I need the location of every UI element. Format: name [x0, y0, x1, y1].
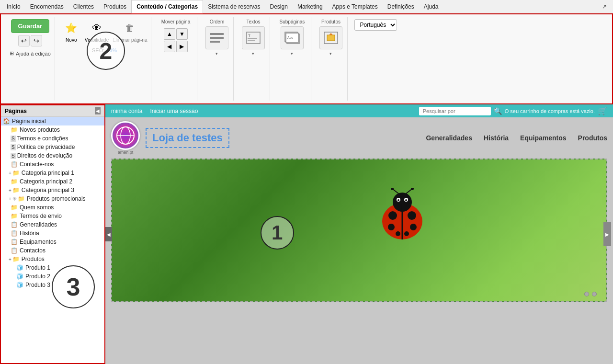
nav-marketing[interactable]: Marketing — [293, 0, 328, 13]
nav-definicoes[interactable]: Definições — [383, 0, 419, 13]
store-title-box[interactable]: Loja de testes — [146, 128, 229, 148]
hero-dot-1[interactable] — [584, 292, 589, 296]
page-s3-icon: S — [11, 153, 16, 159]
expander-cat3[interactable]: + — [9, 188, 11, 193]
store-nav-historia[interactable]: História — [484, 134, 509, 142]
preview-area: minha conta Iniciar uma sessão 🔍 O seu c… — [105, 104, 613, 364]
page-hist-icon: 📋 — [11, 230, 18, 237]
sidebar-item-cat2[interactable]: 📁 Categoria principal 2 — [1, 177, 104, 186]
nav-reservas[interactable]: Sistema de reservas — [203, 0, 265, 13]
produtos-label: Produtos — [321, 19, 341, 24]
save-button[interactable]: Guardar — [11, 19, 50, 33]
move-down-button[interactable]: ▼ — [176, 28, 188, 40]
top-navigation: Início Encomendas Clientes Produtos Cont… — [0, 0, 613, 13]
expander-promocionais[interactable]: + — [9, 196, 11, 202]
subpaginas-button[interactable]: Abc — [281, 26, 304, 49]
page-equip-icon: 📋 — [11, 239, 18, 245]
my-account-link[interactable]: minha conta — [111, 108, 142, 114]
page-cont-icon: 📋 — [11, 247, 18, 254]
nav-design[interactable]: Design — [265, 0, 293, 13]
sidebar-item-contacte[interactable]: 📋 Contacte-nos — [1, 160, 104, 169]
move-left-button[interactable]: ◀ — [164, 41, 175, 52]
svg-point-24 — [396, 231, 400, 236]
folder-quem-icon: 📁 — [11, 204, 18, 211]
redo-button[interactable]: ↪ — [31, 35, 42, 46]
undo-button[interactable]: ↩ — [18, 35, 30, 46]
nav-produtos[interactable]: Produtos — [99, 0, 131, 13]
sidebar-item-produtos-folder[interactable]: + 📁 Produtos — [1, 255, 104, 263]
sidebar-collapse-button[interactable]: ◀ — [95, 107, 101, 114]
search-button[interactable]: 🔍 — [494, 107, 502, 115]
cart-icon[interactable]: 🛒 — [598, 106, 607, 115]
annotation-circle-2: 2 — [87, 32, 125, 70]
sidebar-item-cat3[interactable]: + 📁 Categoria principal 3 — [1, 186, 104, 194]
sidebar-item-promocionais[interactable]: + ✳ 📁 Produtos promocionais — [1, 194, 104, 203]
store-nav-produtos[interactable]: Produtos — [578, 134, 607, 142]
sidebar-item-cat1[interactable]: + 📁 Categoria principal 1 — [1, 169, 104, 177]
textos-label: Textos — [247, 19, 261, 24]
svg-point-23 — [410, 224, 417, 230]
ordem-button[interactable] — [205, 26, 228, 49]
store-title: Loja de testes — [152, 132, 223, 144]
svg-rect-0 — [210, 33, 224, 35]
svg-rect-2 — [210, 41, 220, 43]
folder-produtos-icon: 📁 — [12, 256, 20, 262]
svg-point-25 — [404, 231, 409, 236]
sidebar-item-novos-produtos[interactable]: 📁 Novos produtos — [1, 125, 104, 134]
nav-conteudo[interactable]: Conteúdo / Categorias — [131, 0, 203, 13]
nav-clientes[interactable]: Clientes — [68, 0, 99, 13]
new-button[interactable]: ⭐ Novo — [62, 19, 81, 43]
store-search-input[interactable] — [419, 107, 491, 115]
sidebar-item-termos[interactable]: S Termos e condições — [1, 134, 104, 143]
sidebar-item-pagina-inicial[interactable]: 🏠 Página inicial — [1, 117, 104, 125]
textos-button[interactable]: T — [242, 26, 265, 49]
grid-icon: ⊞ — [10, 50, 14, 57]
sidebar-item-direitos[interactable]: S Direitos de devolução — [1, 151, 104, 160]
help-edit-link[interactable]: ⊞ Ajuda à edição — [10, 50, 51, 57]
store-header-links: minha conta Iniciar uma sessão — [111, 108, 198, 114]
nav-apps[interactable]: Apps e Templates — [328, 0, 383, 13]
store-nav-generalidades[interactable]: Generalidades — [426, 134, 472, 142]
move-up-button[interactable]: ▲ — [164, 28, 175, 40]
external-link-icon[interactable]: ↗ — [600, 2, 609, 11]
sidebar-item-equipamentos[interactable]: 📋 Equipamentos — [1, 238, 104, 246]
language-select[interactable]: Português English Español — [354, 19, 397, 31]
preview-collapse-button[interactable]: ◀ — [105, 227, 112, 241]
sidebar-item-contactos[interactable]: 📋 Contactos — [1, 246, 104, 255]
product3-icon: 🧊 — [16, 282, 23, 288]
sidebar-item-historia[interactable]: 📋 História — [1, 229, 104, 238]
sidebar-item-generalidades[interactable]: 📋 Generalidades — [1, 220, 104, 229]
svg-point-20 — [388, 211, 397, 220]
hero-background: 1 — [112, 159, 606, 301]
sidebar-item-termos-envio[interactable]: 📁 Termos de envio — [1, 212, 104, 220]
scroll-right[interactable]: ▶ — [603, 222, 611, 246]
home-icon: 🏠 — [3, 118, 10, 125]
produtos-button[interactable] — [319, 26, 342, 49]
svg-rect-12 — [327, 35, 335, 41]
expander-cat1[interactable]: + — [9, 171, 11, 176]
hero-image-box[interactable]: 1 — [111, 159, 607, 302]
store-nav-equipamentos[interactable]: Equipamentos — [520, 134, 566, 142]
store-logo[interactable] — [111, 121, 140, 150]
folder-promo-icon: 📁 — [18, 195, 25, 202]
svg-rect-1 — [210, 37, 224, 39]
move-right-button[interactable]: ▶ — [176, 41, 188, 52]
sidebar-item-produto1[interactable]: 🧊 Produto 1 — [1, 263, 104, 272]
cart-text: O seu carrinho de compras está vazio. — [505, 108, 595, 114]
svg-point-29 — [405, 199, 407, 201]
textos-dropdown-arrow: ▾ — [252, 51, 254, 56]
main-area: Páginas ◀ 🏠 Página inicial 📁 Novos produ… — [0, 104, 613, 364]
new-icon: ⭐ — [63, 19, 80, 36]
hero-dot-2[interactable] — [592, 292, 597, 296]
expander-produtos[interactable]: + — [9, 257, 11, 262]
annotation-circle-1: 1 — [261, 216, 294, 250]
nav-encomendas[interactable]: Encomendas — [25, 0, 68, 13]
nav-inicio[interactable]: Início — [2, 0, 25, 13]
folder-icon: 📁 — [11, 126, 18, 133]
login-link[interactable]: Iniciar uma sessão — [150, 108, 198, 114]
sidebar-item-politica[interactable]: S Política de privacidade — [1, 143, 104, 151]
product1-icon: 🧊 — [16, 264, 23, 271]
annotation-circle-3: 3 — [52, 265, 95, 308]
sidebar-item-quem-somos[interactable]: 📁 Quem somos — [1, 203, 104, 212]
nav-ajuda[interactable]: Ajuda — [419, 0, 443, 13]
